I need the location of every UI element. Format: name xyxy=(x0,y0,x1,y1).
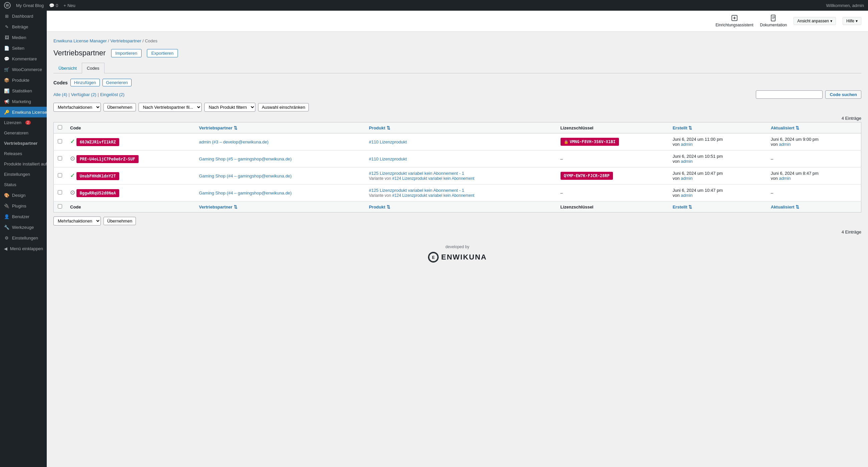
sort-icon: ⇅ xyxy=(386,126,390,130)
help-button[interactable]: Hilfe ▾ xyxy=(843,17,861,25)
select-all-footer xyxy=(54,201,66,212)
product-filter-select[interactable]: Nach Produkt filtern xyxy=(204,103,255,112)
documentation-button[interactable]: Dokumentation xyxy=(760,15,787,27)
partner-link[interactable]: Gaming Shop (#5 – gamingshop@enwikuna.de… xyxy=(199,157,292,162)
import-button[interactable]: Importieren xyxy=(111,49,142,57)
sidebar-sub-releases[interactable]: Releases xyxy=(0,148,47,159)
sidebar-sub-generatoren[interactable]: Generatoren xyxy=(0,128,47,138)
filter-bar: Alle (4) | Verfügbar (2) | Eingelöst (2) xyxy=(54,90,861,99)
sidebar-item-werkzeuge[interactable]: 🔧Werkzeuge xyxy=(0,222,47,233)
sidebar-item-statistiken[interactable]: 📊Statistiken xyxy=(0,86,47,96)
view-options-button[interactable]: Ansicht anpassen ▾ xyxy=(794,17,836,25)
row-checkbox[interactable] xyxy=(58,139,62,143)
sort-aktualisiert-link-footer[interactable]: Aktualisiert ⇅ xyxy=(771,204,799,209)
sort-partner-link-footer[interactable]: Vertriebspartner ⇅ xyxy=(199,204,237,209)
sort-aktualisiert-link[interactable]: Aktualisiert ⇅ xyxy=(771,126,799,130)
breadcrumb-parent-link[interactable]: Vertriebspartner xyxy=(111,38,142,43)
sidebar-collapse[interactable]: ◀Menü einklappen xyxy=(0,243,47,254)
filter-all[interactable]: Alle (4) xyxy=(54,92,67,97)
sidebar-item-woocommerce[interactable]: 🛒WooCommerce xyxy=(0,64,47,75)
partner-link[interactable]: admin (#3 – develop@enwikuna.de) xyxy=(199,139,269,144)
sidebar-item-benutzer[interactable]: 👤Benutzer xyxy=(0,211,47,222)
partner-filter-select[interactable]: Nach Vertriebspartner fil... xyxy=(138,103,202,112)
produkt-link[interactable]: #110 Lizenzprodukt xyxy=(369,139,407,144)
sidebar-item-dashboard[interactable]: ⊞Dashboard xyxy=(0,11,47,21)
bulk-apply-button-bottom[interactable]: Übernehmen xyxy=(103,217,136,225)
sidebar-item-einstellungen[interactable]: ⚙Einstellungen xyxy=(0,233,47,243)
sort-partner-link[interactable]: Vertriebspartner ⇅ xyxy=(199,126,237,130)
setup-assistant-button[interactable]: Einrichtungsassistent xyxy=(715,15,753,27)
sidebar-sub-lizenzen[interactable]: Lizenzen2 xyxy=(0,118,47,128)
comments-link[interactable]: 💬 0 xyxy=(49,3,58,8)
plugins-icon: 🔌 xyxy=(4,203,9,208)
sort-icon: ⇅ xyxy=(386,204,390,209)
sidebar-item-plugins[interactable]: 🔌Plugins xyxy=(0,200,47,211)
sort-produkt-link-footer[interactable]: Produkt ⇅ xyxy=(369,204,390,209)
bulk-action-select-bottom[interactable]: Mehrfachaktionen xyxy=(54,216,101,226)
add-button[interactable]: Hinzufügen xyxy=(70,79,100,87)
svg-rect-3 xyxy=(771,15,775,21)
bulk-apply-button[interactable]: Übernehmen xyxy=(103,103,136,111)
sort-erstellt-link-footer[interactable]: Erstellt ⇅ xyxy=(673,204,692,209)
page-title: Vertriebspartner xyxy=(54,49,106,57)
erstellt-by-link[interactable]: admin xyxy=(681,193,692,198)
generate-button[interactable]: Generieren xyxy=(102,79,131,87)
tab-codes[interactable]: Codes xyxy=(82,63,104,73)
produkt-link[interactable]: #125 Lizenzprodukt variabel kein Abonnem… xyxy=(369,188,464,193)
section-title: Codes xyxy=(54,80,68,86)
settings-icon: ⚙ xyxy=(4,235,9,240)
products-icon: 📦 xyxy=(4,77,9,83)
col-footer-erstellt: Erstellt ⇅ xyxy=(669,201,767,212)
export-button[interactable]: Exportieren xyxy=(147,49,178,57)
sidebar-item-design[interactable]: 🎨Design xyxy=(0,190,47,200)
sidebar-item-beitrage[interactable]: ✎Beiträge xyxy=(0,21,47,32)
sidebar-sub-produkte-installiert[interactable]: Produkte installiert auf xyxy=(0,159,47,169)
bulk-action-select[interactable]: Mehrfachaktionen xyxy=(54,103,101,112)
sort-erstellt-link[interactable]: Erstellt ⇅ xyxy=(673,126,692,130)
sidebar-item-medien[interactable]: 🖼Medien xyxy=(0,32,47,43)
aktualisiert-by-link[interactable]: admin xyxy=(779,176,790,181)
filter-eingeloest[interactable]: Eingelöst (2) xyxy=(100,92,125,97)
sidebar-item-enwikuna[interactable]: 🔑Enwikuna License Manager xyxy=(0,107,47,118)
erstellt-by-link[interactable]: admin xyxy=(681,142,692,147)
produkt-link[interactable]: #125 Lizenzprodukt variabel kein Abonnem… xyxy=(369,171,464,176)
sidebar-sub-status[interactable]: Status xyxy=(0,179,47,190)
breadcrumb-plugin-link[interactable]: Enwikuna License Manager xyxy=(54,38,107,43)
col-header-aktualisiert: Aktualisiert ⇅ xyxy=(767,123,861,133)
collapse-icon: ◀ xyxy=(4,246,7,251)
sidebar-sub-einstellungen[interactable]: Einstellungen xyxy=(0,169,47,179)
sort-icon: ⇅ xyxy=(796,126,799,130)
row-checkbox[interactable] xyxy=(58,190,62,195)
sort-icon: ⇅ xyxy=(234,126,237,130)
sort-produkt-link[interactable]: Produkt ⇅ xyxy=(369,126,390,130)
aktualisiert-by-link[interactable]: admin xyxy=(779,142,790,147)
restrict-button[interactable]: Auswahl einschränken xyxy=(258,103,309,111)
new-content-link[interactable]: + Neu xyxy=(63,3,75,8)
variant-link[interactable]: #124 Lizenzprodukt variabel kein Abonnem… xyxy=(392,176,474,181)
sidebar-item-seiten[interactable]: 📄Seiten xyxy=(0,43,47,54)
erstellt-by-link[interactable]: admin xyxy=(681,176,692,181)
sidebar-item-marketing[interactable]: 📢Marketing xyxy=(0,96,47,107)
search-button[interactable]: Code suchen xyxy=(825,90,861,99)
filter-verfuegbar[interactable]: Verfügbar (2) xyxy=(71,92,96,97)
variant-link[interactable]: #124 Lizenzprodukt variabel kein Abonnem… xyxy=(392,193,474,198)
code-search-input[interactable] xyxy=(756,90,823,99)
tools-icon: 🔧 xyxy=(4,225,9,230)
sidebar-item-kommentare[interactable]: 💬Kommentare xyxy=(0,54,47,64)
row-checkbox[interactable] xyxy=(58,156,62,161)
tab-uebersicht[interactable]: Übersicht xyxy=(54,63,82,73)
sidebar-sub-vertriebspartner[interactable]: Vertriebspartner xyxy=(0,138,47,148)
partner-link[interactable]: Gaming Shop (#4 – gamingshop@enwikuna.de… xyxy=(199,191,292,196)
select-all-checkbox[interactable] xyxy=(58,125,62,129)
chevron-down-icon: ▾ xyxy=(856,19,858,23)
code-value: PRE-U4oL1jC7Pe0e6rZ-SUF xyxy=(76,155,138,163)
partner-link[interactable]: Gaming Shop (#4 – gamingshop@enwikuna.de… xyxy=(199,173,292,178)
col-header-produkt: Produkt ⇅ xyxy=(365,123,557,133)
wp-logo[interactable]: W xyxy=(4,2,11,9)
site-name[interactable]: My Great Blog xyxy=(16,3,44,8)
sidebar-item-produkte[interactable]: 📦Produkte xyxy=(0,75,47,86)
row-checkbox[interactable] xyxy=(58,173,62,177)
select-all-checkbox-bottom[interactable] xyxy=(58,204,62,208)
produkt-link[interactable]: #110 Lizenzprodukt xyxy=(369,157,407,162)
erstellt-by-link[interactable]: admin xyxy=(681,159,692,164)
